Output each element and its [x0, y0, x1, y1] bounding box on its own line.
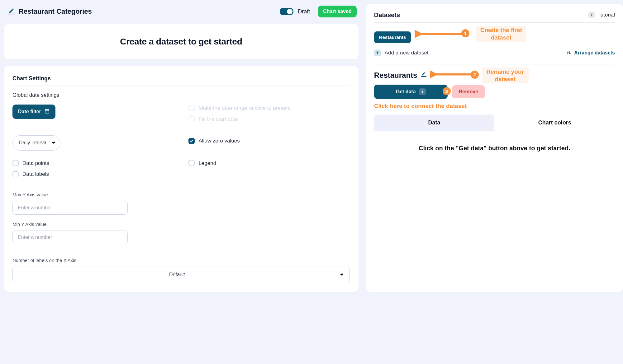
status-badge-saved: Chart saved: [318, 6, 357, 17]
tab-chart-colors[interactable]: Chart colors: [494, 114, 615, 131]
data-placeholder-message: Click on the "Get data" button above to …: [374, 144, 615, 152]
chevron-down-icon: ❤: [340, 272, 343, 278]
dataset-chip-restaurants[interactable]: Restaurants: [374, 31, 411, 43]
min-y-label: Min Y Axis value: [12, 221, 350, 227]
min-y-input[interactable]: [12, 231, 128, 244]
divider: [12, 154, 350, 154]
chevron-down-icon: ❤: [52, 140, 55, 146]
max-y-input[interactable]: [12, 201, 128, 215]
global-date-label: Global date settings: [12, 91, 350, 99]
relative-range-label: Make the date range relative to present: [198, 105, 291, 112]
date-filter-button[interactable]: Date filter: [12, 105, 55, 119]
xaxis-count-label: Number of labels on the X Axis: [12, 257, 350, 264]
arrange-datasets-button[interactable]: Arrange datasets: [566, 49, 615, 56]
draft-label: Draft: [298, 8, 310, 16]
allow-zero-label: Allow zero values: [198, 137, 240, 145]
interval-select[interactable]: Daily interval ❤: [12, 135, 60, 150]
data-labels-checkbox[interactable]: Data labels: [12, 170, 174, 178]
edit-icon[interactable]: [8, 8, 14, 15]
rename-dataset-button[interactable]: [421, 71, 426, 79]
page-title: Restaurant Categories: [19, 7, 92, 16]
section-title-chart-settings: Chart Settings: [12, 75, 350, 82]
tutorial-step-badge-1: 1: [461, 29, 469, 37]
datasets-panel-title: Datasets: [374, 11, 400, 19]
empty-state-card: Create a dataset to get started: [4, 24, 359, 59]
get-data-button[interactable]: Get data: [374, 85, 448, 99]
arrange-icon: [566, 50, 572, 56]
chart-settings-card: Chart Settings Global date settings Date…: [4, 66, 359, 292]
datasets-panel: Datasets ✦ Tutorial Restaurants 1 Create…: [366, 4, 623, 292]
divider: [12, 185, 350, 185]
tutorial-hint-3: Click here to connect the dataset: [374, 102, 615, 110]
data-points-label: Data points: [22, 160, 49, 167]
divider: [12, 86, 350, 86]
tab-data[interactable]: Data: [374, 114, 495, 131]
interval-select-value: Daily interval: [19, 140, 48, 145]
get-data-button-label: Get data: [396, 89, 416, 95]
download-icon: [419, 88, 426, 95]
calendar-icon: [44, 108, 50, 115]
allow-zero-checkbox[interactable]: Allow zero values: [188, 137, 350, 145]
chart-header: Restaurant Categories Draft Chart saved: [4, 4, 359, 17]
tutorial-badge: ✦ Tutorial: [588, 11, 615, 19]
relative-range-checkbox: Make the date range relative to present: [188, 105, 350, 112]
divider: [374, 22, 615, 23]
data-labels-label: Data labels: [22, 170, 49, 178]
fix-start-checkbox: Fix the start date: [188, 115, 350, 123]
tutorial-step-badge-3: 3: [443, 87, 451, 95]
tutorial-hint-2: Rename your dataset: [482, 68, 529, 84]
xaxis-count-select-value: Default: [169, 272, 185, 277]
divider: [374, 64, 615, 64]
add-dataset-button[interactable]: +: [374, 49, 381, 56]
empty-state-heading: Create a dataset to get started: [12, 35, 350, 48]
remove-dataset-button[interactable]: Remove: [452, 85, 485, 98]
legend-label: Legend: [198, 160, 216, 167]
dataset-name: Restaurants: [374, 70, 417, 81]
add-dataset-label: Add a new dataset: [385, 49, 429, 57]
date-filter-button-label: Date filter: [18, 109, 41, 114]
tutorial-hint-1: Create the first dataset: [476, 26, 526, 42]
tutorial-step-badge-2: 2: [471, 71, 479, 79]
fix-start-label: Fix the start date: [198, 115, 238, 123]
xaxis-count-select[interactable]: Default ❤: [12, 267, 350, 283]
draft-toggle[interactable]: [280, 8, 293, 15]
data-points-checkbox[interactable]: Data points: [12, 160, 174, 167]
divider: [12, 251, 350, 251]
compass-icon: ✦: [588, 12, 595, 18]
arrange-datasets-label: Arrange datasets: [574, 49, 615, 56]
max-y-label: Max Y Axis value: [12, 191, 350, 198]
legend-checkbox[interactable]: Legend: [188, 160, 350, 167]
